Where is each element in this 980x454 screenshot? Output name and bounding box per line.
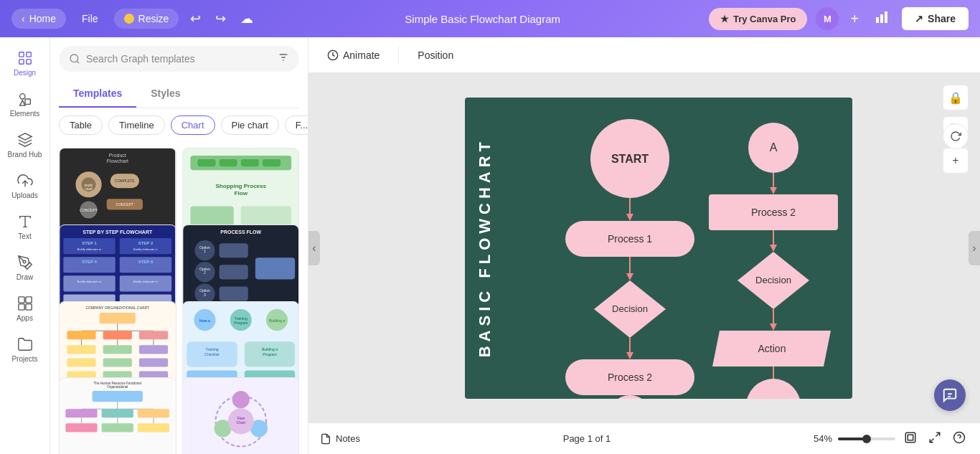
template-card-1[interactable]: Product Flowchart study case COMPLETE CO… [59,148,176,236]
tab-styles[interactable]: Styles [136,80,194,108]
refresh-icon [950,131,961,142]
decision-right-label: Decision [755,275,791,285]
chip-table[interactable]: Table [59,115,103,135]
analytics-button[interactable] [870,10,893,28]
notes-button[interactable]: Notes [320,433,360,445]
brand-hub-icon [17,132,33,148]
sidebar-item-design[interactable]: Design [3,44,47,82]
template-card-3[interactable]: STEP BY STEP FLOWCHART STEP 1 STEP 2 Bri… [59,224,176,313]
template-card-4[interactable]: PROCESS FLOW Option 1 Option 2 Option 3 [182,224,300,313]
notes-label: Notes [336,433,360,444]
zoom-thumb[interactable] [862,435,871,443]
template-card-6[interactable]: How a Training Program Building a Traini… [182,301,300,389]
chat-bubble[interactable] [934,379,966,411]
svg-rect-129 [138,424,169,432]
file-button[interactable]: File [75,9,105,29]
svg-line-159 [936,432,940,436]
panel-tabs: Templates Styles [59,80,299,108]
position-label: Position [418,49,453,61]
add-collaborator-button[interactable]: + [847,11,862,27]
sidebar-item-projects[interactable]: Projects [3,331,47,369]
svg-rect-17 [25,304,31,310]
share-button[interactable]: ↗ Share [902,7,969,30]
svg-rect-59 [120,275,171,291]
canvas-area: Animate Position 🔒 + [308,37,980,454]
chip-more[interactable]: F... [285,115,308,135]
a-bottom-node [608,395,651,399]
svg-point-132 [232,391,249,408]
fullscreen-icon [928,431,941,444]
end-node [746,379,801,399]
tab-templates[interactable]: Templates [59,80,136,108]
svg-rect-0 [876,17,879,23]
filter-chips: Table Timeline Chart Pie chart F... [50,108,308,142]
sidebar-item-draw[interactable]: Draw [3,249,47,287]
try-pro-button[interactable]: ★ Try Canva Pro [709,8,807,30]
template-card-2[interactable]: Shopping Process Flow [182,148,300,236]
process2-right-label: Process 2 [751,207,796,218]
svg-marker-152 [770,323,777,331]
svg-text:2: 2 [204,270,206,275]
resize-button[interactable]: Resize [114,9,179,29]
position-button[interactable]: Position [410,45,461,65]
avatar[interactable]: M [816,7,839,30]
template-card-7[interactable]: The Human Resource Functional Organizati… [59,377,176,454]
svg-rect-84 [67,331,95,339]
home-button[interactable]: ‹ Home [11,9,66,29]
svg-line-160 [930,439,933,443]
fit-to-screen-button[interactable] [901,428,920,449]
svg-rect-86 [139,331,168,339]
animate-button[interactable]: Animate [320,45,387,65]
start-label: START [611,153,649,165]
cloud-save-button[interactable]: ☁ [237,11,256,27]
toolbar-divider [398,47,399,64]
help-button[interactable] [950,428,969,449]
svg-rect-5 [19,60,23,64]
filter-icon[interactable] [278,52,289,66]
search-bar [59,46,299,72]
add-button[interactable]: + [943,148,969,174]
svg-text:3: 3 [204,292,206,296]
chip-timeline[interactable]: Timeline [108,115,165,135]
svg-text:Flowchart: Flowchart [107,159,128,164]
template-card-8[interactable]: Flow Chart [182,377,300,454]
sidebar-item-brand-hub[interactable]: Brand Hub [3,126,47,164]
svg-text:STEP 1: STEP 1 [82,241,97,245]
template-card-5[interactable]: COMPANY ORGANIZATIONAL CHART [59,301,176,389]
brand-hub-label: Brand Hub [8,151,42,159]
uploads-icon [17,173,33,189]
animate-icon [327,49,339,61]
chip-chart[interactable]: Chart [171,115,215,135]
refresh-button[interactable] [943,123,969,149]
notes-icon [320,433,331,445]
panel-collapse-right[interactable]: › [969,231,980,265]
sidebar-item-uploads[interactable]: Uploads [3,167,47,205]
svg-text:How a: How a [199,318,210,323]
svg-rect-69 [219,243,248,257]
sidebar-item-apps[interactable]: Apps [3,290,47,328]
search-input[interactable] [86,53,272,65]
svg-rect-58 [63,275,115,291]
svg-rect-91 [103,345,132,354]
undo-button[interactable]: ↩ [187,11,204,27]
svg-rect-127 [65,424,97,432]
redo-button[interactable]: ↪ [212,11,229,27]
flowchart-svg: START Process 1 Decision [501,98,845,399]
fullscreen-button[interactable] [925,428,944,449]
svg-rect-1 [880,14,883,23]
lock-button[interactable]: 🔒 [943,85,969,110]
sidebar-item-elements[interactable]: Elements [3,85,47,123]
svg-rect-93 [67,358,95,366]
zoom-slider[interactable] [838,438,895,440]
projects-icon [17,336,33,352]
chip-pie-chart[interactable]: Pie chart [221,115,279,135]
svg-rect-158 [908,435,913,440]
sidebar-item-text[interactable]: Text [3,208,47,246]
canvas-container[interactable]: 🔒 + ‹ › [308,73,980,422]
panel-collapse-left[interactable]: ‹ [308,231,320,265]
template-grid: Product Flowchart study case COMPLETE CO… [50,142,308,454]
svg-rect-3 [19,52,23,57]
sidebar: Design Elements Brand Hub Uploads [0,37,50,454]
svg-rect-85 [103,331,132,339]
svg-text:Flow: Flow [234,190,248,197]
